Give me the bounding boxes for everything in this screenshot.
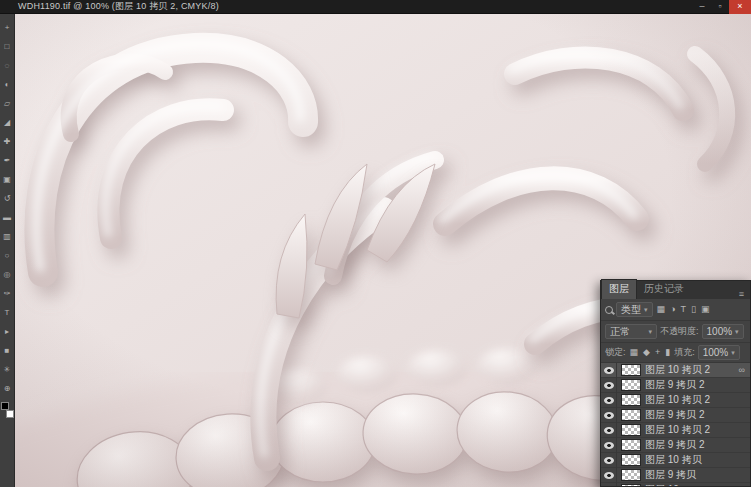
blur-tool[interactable]: ○ xyxy=(0,246,15,265)
filter-type-dropdown[interactable]: 类型 ▾ xyxy=(616,302,653,317)
tools-panel: + □ ◌ ◐ ▱ ◢ ✚ ✒ ▣ ↺ ▬ ▥ ○ ◎ ✑ T ▸ ■ ✳ ⊕ xyxy=(0,14,15,487)
layer-name: 图层 9 拷贝 xyxy=(645,468,747,482)
layer-thumbnail[interactable] xyxy=(621,454,641,466)
visibility-eye-icon[interactable] xyxy=(604,472,614,479)
layer-thumbnail[interactable] xyxy=(621,484,641,486)
close-button[interactable]: × xyxy=(729,0,751,14)
layer-name: 图层 10 拷贝 xyxy=(645,453,747,467)
layer-thumbnail[interactable] xyxy=(621,469,641,481)
opacity-dropdown[interactable]: 100% ▾ xyxy=(702,324,744,339)
layer-row[interactable]: 图层 10 拷贝 2 xyxy=(601,393,750,408)
layer-list: 图层 10 拷贝 2 ∞ 图层 9 拷贝 2 图层 10 拷贝 2 图层 9 拷… xyxy=(601,363,750,486)
opacity-label: 不透明度: xyxy=(660,325,699,338)
lock-row: 锁定: ▦ ◆ + ▮ 填充: 100% ▾ xyxy=(601,343,750,363)
shape-tool[interactable]: ■ xyxy=(0,341,15,360)
move-tool[interactable]: + xyxy=(0,18,15,37)
fill-dropdown[interactable]: 100% ▾ xyxy=(698,345,740,360)
chevron-down-icon: ▾ xyxy=(731,349,735,357)
layer-thumbnail[interactable] xyxy=(621,409,641,421)
blend-mode-row: 正常 ▾ 不透明度: 100% ▾ xyxy=(601,321,750,343)
layer-name: 图层 9 拷贝 2 xyxy=(645,408,747,422)
panel-tab-bar: 图层 历史记录 ≡ xyxy=(601,281,750,299)
layer-thumbnail[interactable] xyxy=(621,424,641,436)
gradient-tool[interactable]: ▥ xyxy=(0,227,15,246)
adjustment-filter-icon[interactable]: ◑ xyxy=(669,305,676,314)
layer-thumbnail[interactable] xyxy=(621,439,641,451)
layer-name: 图层 10 拷贝 2 xyxy=(645,363,735,377)
background-color-swatch[interactable] xyxy=(6,410,14,418)
layer-thumbnail[interactable] xyxy=(621,394,641,406)
chevron-down-icon: ▾ xyxy=(644,306,648,314)
visibility-eye-icon[interactable] xyxy=(604,442,614,449)
pixel-filter-icon[interactable]: ▦ xyxy=(656,305,667,314)
link-icon: ∞ xyxy=(739,365,747,375)
layer-row[interactable]: 图层 9 拷贝 xyxy=(601,468,750,483)
path-selection-tool[interactable]: ▸ xyxy=(0,322,15,341)
panel-menu-icon[interactable]: ≡ xyxy=(735,289,748,299)
eyedropper-tool[interactable]: ◢ xyxy=(0,113,15,132)
healing-brush-tool[interactable]: ✚ xyxy=(0,132,15,151)
layer-name: 图层 10 拷贝 2 xyxy=(645,423,747,437)
lock-pixels-icon[interactable]: ◆ xyxy=(642,348,651,357)
smart-object-filter-icon[interactable]: ▣ xyxy=(700,305,711,314)
visibility-eye-icon[interactable] xyxy=(604,397,614,404)
lock-all-icon[interactable]: ▮ xyxy=(664,348,671,357)
clone-stamp-tool[interactable]: ▣ xyxy=(0,170,15,189)
lasso-tool[interactable]: ◌ xyxy=(0,56,15,75)
foreground-color-swatch[interactable] xyxy=(1,402,9,410)
opacity-value: 100% xyxy=(707,326,733,337)
fill-label: 填充: xyxy=(674,346,695,359)
zoom-tool[interactable]: ⊕ xyxy=(0,379,15,398)
visibility-eye-icon[interactable] xyxy=(604,412,614,419)
lock-position-icon[interactable]: + xyxy=(654,348,661,357)
layer-row[interactable]: 图层 9 拷贝 2 xyxy=(601,408,750,423)
type-filter-icon[interactable]: T xyxy=(679,305,687,314)
titlebar: WDH1190.tif @ 100% (图层 10 拷贝 2, CMYK/8) … xyxy=(0,0,751,14)
color-swatches xyxy=(1,402,14,418)
hand-tool[interactable]: ✳ xyxy=(0,360,15,379)
visibility-eye-icon[interactable] xyxy=(604,457,614,464)
eraser-tool[interactable]: ▬ xyxy=(0,208,15,227)
layer-row[interactable]: 图层 10 拷贝 2 ∞ xyxy=(601,363,750,378)
lock-transparency-icon[interactable]: ▦ xyxy=(629,348,640,357)
layer-row[interactable]: 图层 10 拷贝 2 xyxy=(601,423,750,438)
brush-tool[interactable]: ✒ xyxy=(0,151,15,170)
type-tool[interactable]: T xyxy=(0,303,15,322)
minimize-button[interactable]: – xyxy=(693,0,711,14)
tab-history[interactable]: 历史记录 xyxy=(637,280,691,299)
tab-layers[interactable]: 图层 xyxy=(601,279,637,299)
layer-name: 图层 10 xyxy=(645,483,747,486)
shape-filter-icon[interactable]: ▯ xyxy=(690,305,697,314)
pen-tool[interactable]: ✑ xyxy=(0,284,15,303)
layer-name: 图层 9 拷贝 2 xyxy=(645,378,747,392)
marquee-tool[interactable]: □ xyxy=(0,37,15,56)
filter-search-icon[interactable] xyxy=(605,306,613,314)
chevron-down-icon: ▾ xyxy=(735,328,739,336)
layers-panel: 图层 历史记录 ≡ 类型 ▾ ▦ ◑ T ▯ ▣ 正常 ▾ 不透明度: 100% xyxy=(600,280,751,487)
history-brush-tool[interactable]: ↺ xyxy=(0,189,15,208)
visibility-eye-icon[interactable] xyxy=(604,367,614,374)
blend-mode-dropdown[interactable]: 正常 ▾ xyxy=(605,324,657,339)
blend-mode-value: 正常 xyxy=(610,325,630,339)
layer-row[interactable]: 图层 9 拷贝 2 xyxy=(601,378,750,393)
quick-selection-tool[interactable]: ◐ xyxy=(0,75,15,94)
layer-thumbnail[interactable] xyxy=(621,379,641,391)
photoshop-window: WDH1190.tif @ 100% (图层 10 拷贝 2, CMYK/8) … xyxy=(0,0,751,487)
layer-row[interactable]: 图层 10 xyxy=(601,483,750,486)
maximize-button[interactable]: ▫ xyxy=(711,0,729,14)
document-title: WDH1190.tif @ 100% (图层 10 拷贝 2, CMYK/8) xyxy=(0,0,219,13)
layer-row[interactable]: 图层 9 拷贝 2 xyxy=(601,438,750,453)
filter-type-label: 类型 xyxy=(621,303,641,317)
layer-row[interactable]: 图层 10 拷贝 xyxy=(601,453,750,468)
lock-label: 锁定: xyxy=(605,346,626,359)
layer-name: 图层 9 拷贝 2 xyxy=(645,438,747,452)
crop-tool[interactable]: ▱ xyxy=(0,94,15,113)
visibility-eye-icon[interactable] xyxy=(604,382,614,389)
visibility-eye-icon[interactable] xyxy=(604,427,614,434)
window-controls: – ▫ × xyxy=(693,0,751,14)
layer-filter-row: 类型 ▾ ▦ ◑ T ▯ ▣ xyxy=(601,299,750,321)
chevron-down-icon: ▾ xyxy=(648,328,652,336)
layer-thumbnail[interactable] xyxy=(621,364,641,376)
layer-name: 图层 10 拷贝 2 xyxy=(645,393,747,407)
dodge-tool[interactable]: ◎ xyxy=(0,265,15,284)
